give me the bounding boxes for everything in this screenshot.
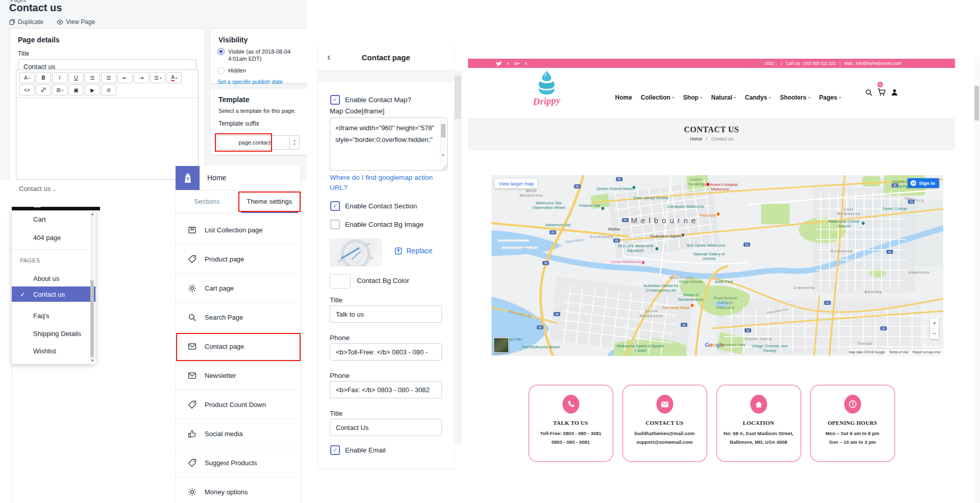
sidebar-item-contact-page[interactable]: Contact page — [176, 332, 301, 361]
sidebar-item-product-page[interactable]: Product page — [176, 245, 301, 274]
breadcrumb-home[interactable]: Home — [690, 136, 702, 141]
route-shield: 21 — [887, 250, 893, 254]
zoom-in-button[interactable]: + — [930, 318, 939, 329]
nav-natural[interactable]: Natural▼ — [711, 94, 736, 101]
nav-collection[interactable]: Collection▼ — [641, 94, 674, 101]
store-logo[interactable]: Drippy — [528, 70, 565, 117]
dropdown-item-404[interactable]: 404 page — [12, 230, 90, 245]
text-color-button[interactable]: A▾ — [166, 72, 182, 83]
googlemap-help-link[interactable]: Where do I find googlemap action URL? — [330, 173, 439, 193]
dropdown-item-wishlist[interactable]: Wishlist — [12, 343, 90, 358]
rich-text-editor[interactable]: A▾ B I U ☰ ☰ ⇤ ⇥ ☰▾ A▾ <> ⊞▾ ▣ — [16, 69, 199, 180]
settings-scrollbar[interactable] — [454, 70, 462, 444]
view-page-button[interactable]: View Page — [57, 18, 95, 26]
dropdown-item-shipping[interactable]: Shipping Details — [12, 326, 90, 341]
enable-contact-section-row[interactable]: ✓ Enable Contact Section — [330, 201, 417, 211]
phone2-input[interactable] — [330, 381, 442, 398]
map-code-textarea[interactable]: <iframe width="960" height="578" style="… — [330, 117, 448, 171]
title1-input[interactable] — [330, 305, 442, 323]
bold-button[interactable]: B — [36, 72, 51, 83]
google-plus-icon[interactable]: G+ — [514, 61, 520, 66]
tab-theme-settings[interactable]: Theme settings — [238, 190, 301, 213]
sidebar-item-list-collection[interactable]: List Collection page — [176, 215, 301, 245]
font-style-button[interactable]: A▾ — [19, 72, 35, 83]
zoom-out-button[interactable]: − — [930, 329, 939, 339]
google-map[interactable]: West Melbourne Queen Victoria Market Car… — [492, 175, 943, 356]
page-selector-trigger[interactable]: Contact us ⌄ — [19, 185, 56, 193]
dropdown-item-about[interactable]: About us — [12, 271, 90, 286]
nav-pages[interactable]: Pages▼ — [819, 94, 841, 101]
phone1-input[interactable] — [330, 343, 442, 361]
link-button[interactable] — [36, 84, 51, 95]
visible-radio[interactable] — [217, 48, 225, 55]
enable-map-checkbox[interactable]: ✓ — [330, 95, 340, 105]
numbered-list-button[interactable]: ☰ — [101, 72, 116, 83]
enable-contact-map-row[interactable]: ✓ Enable Contact Map? — [330, 95, 411, 105]
hidden-radio[interactable] — [217, 67, 225, 74]
bullet-list-button[interactable]: ☰ — [85, 72, 100, 83]
title2-input[interactable] — [330, 419, 442, 436]
sign-in-button[interactable]: G Sign in — [908, 178, 939, 188]
nav-shop[interactable]: Shop▼ — [683, 94, 702, 101]
visible-radio-row[interactable]: Visible (as of 2018-08-04 4:01am EDT) — [217, 48, 300, 63]
sidebar-item-product-count-down[interactable]: Product Count Down — [176, 390, 301, 419]
dropdown-item-contact-selected[interactable]: ✓ Contact us — [12, 286, 95, 302]
sidebar-item-cart-page[interactable]: Cart page — [176, 274, 301, 303]
facebook-icon[interactable]: f — [507, 61, 509, 66]
underline-button[interactable]: U — [68, 72, 84, 83]
dropdown-scrollbar[interactable] — [90, 211, 94, 363]
outdent-button[interactable]: ⇤ — [117, 72, 133, 83]
report-error-link[interactable]: Report a map error — [913, 350, 941, 354]
enable-email-checkbox[interactable]: ✓ — [330, 445, 340, 455]
enable-section-checkbox[interactable]: ✓ — [330, 201, 340, 211]
nav-home[interactable]: Home — [615, 94, 632, 101]
sidebar-item-money-options[interactable]: Money options — [176, 477, 301, 503]
scroll-down-icon[interactable]: ▼ — [91, 359, 94, 362]
duplicate-label: Duplicate — [18, 18, 43, 26]
sidebar-item-suggest-products[interactable]: Suggest Products — [176, 448, 301, 477]
currency-select[interactable]: USD ⌄ — [765, 61, 777, 66]
view-larger-map-button[interactable]: View larger map — [495, 179, 537, 188]
tab-sections[interactable]: Sections — [176, 190, 238, 213]
enable-bg-image-row[interactable]: Enable Contact Bg Image — [330, 220, 424, 229]
clear-format-button[interactable]: ⊘ — [101, 84, 116, 95]
template-suffix-select[interactable]: page.contact ▲▼ — [217, 135, 300, 150]
hidden-radio-row[interactable]: Hidden — [217, 67, 300, 74]
insert-video-button[interactable]: ▶ — [85, 84, 100, 95]
nav-candys[interactable]: Candys▼ — [745, 94, 771, 101]
visible-label: Visible (as of 2018-08-04 4:01am EDT) — [228, 48, 300, 63]
italic-button[interactable]: I — [52, 72, 67, 83]
sidebar-item-search-page[interactable]: Search Page — [176, 303, 301, 332]
align-button[interactable]: ☰▾ — [150, 72, 165, 83]
browser-scrollbar[interactable] — [973, 56, 980, 503]
publish-date-link[interactable]: Set a specific publish date — [217, 78, 283, 85]
bg-color-swatch[interactable] — [330, 274, 351, 289]
scroll-up-icon[interactable]: ▲ — [91, 212, 94, 215]
resize-handle-icon[interactable] — [442, 164, 447, 170]
editor-content-area[interactable] — [16, 98, 198, 159]
textarea-scrollbar[interactable]: ▲▼ — [440, 119, 446, 162]
duplicate-button[interactable]: Duplicate — [9, 18, 43, 26]
insert-image-button[interactable]: ▣ — [68, 84, 84, 95]
replace-image-button[interactable]: Replace — [395, 247, 432, 255]
dropdown-item-cart[interactable]: Cart — [12, 211, 90, 227]
enable-bg-checkbox[interactable] — [330, 220, 340, 229]
sidebar-item-social-media[interactable]: Social media — [176, 419, 301, 448]
dropdown-item-faqs[interactable]: Faq's — [12, 308, 90, 323]
table-button[interactable]: ⊞▾ — [52, 84, 67, 95]
card-location: LOCATION No: 58 A, East Madison Street, … — [716, 385, 801, 462]
indent-button[interactable]: ⇥ — [134, 72, 149, 83]
sidebar-item-newsletter[interactable]: Newsletter — [176, 361, 301, 390]
user-icon[interactable] — [891, 89, 898, 96]
terms-link[interactable]: Terms of Use — [889, 350, 909, 354]
nav-shooters[interactable]: Shooters▼ — [780, 94, 811, 101]
tumblr-icon[interactable]: t — [526, 61, 527, 66]
html-code-button[interactable]: <> — [19, 84, 35, 95]
map-label: Australian Centre for Contemporary Art — [639, 283, 683, 293]
cart-icon[interactable] — [877, 88, 886, 96]
card-line: Baltimore, MD, USA 4508 — [717, 438, 800, 446]
search-icon[interactable] — [865, 89, 872, 96]
twitter-icon[interactable] — [496, 61, 502, 66]
pegman-satellite-toggle[interactable] — [494, 338, 509, 353]
enable-email-row[interactable]: ✓ Enable Email — [330, 445, 386, 455]
